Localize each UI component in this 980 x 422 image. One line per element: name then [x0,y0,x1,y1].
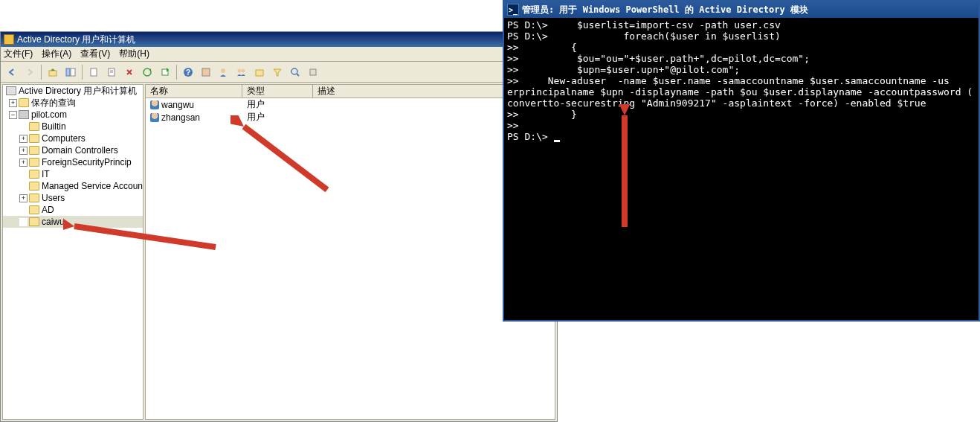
ad-title-text: Active Directory 用户和计算机 [17,33,135,46]
refresh-button[interactable] [139,64,155,80]
ps-line: >> { [507,42,577,53]
ad-tree-pane[interactable]: Active Directory 用户和计算机 + 保存的查询 − pilot.… [2,84,144,420]
ad-toolbar: ? [1,62,557,83]
tree-msa[interactable]: Managed Service Accoun [3,180,143,192]
properties-button[interactable] [103,64,120,80]
forward-button[interactable] [22,64,38,80]
tree-users[interactable]: + Users [3,192,143,204]
expand-toggle[interactable]: + [19,147,28,155]
folder-icon [29,205,39,214]
ps-terminal[interactable]: PS D:\> $userlist=import-csv -path user.… [504,18,979,320]
folder-icon [29,122,39,131]
tree-fsp[interactable]: + ForeignSecurityPrincip [3,156,143,168]
tree-root[interactable]: Active Directory 用户和计算机 [3,85,143,97]
menu-action[interactable]: 操作(A) [42,48,71,60]
new-ou-button[interactable] [251,64,268,80]
new-user-button[interactable] [216,64,232,80]
folder-icon [19,98,29,107]
tree-domain[interactable]: − pilot.com [3,109,143,121]
delete-button[interactable] [121,64,138,80]
ps-line: PS D:\> [507,131,554,142]
new-group-button[interactable] [233,64,250,80]
cursor-icon [554,140,560,142]
svg-rect-2 [71,68,75,76]
svg-rect-0 [49,71,57,76]
export-button[interactable] [157,64,173,80]
col-header-type[interactable]: 类型 [242,85,313,97]
ad-menubar: 文件(F) 操作(A) 查看(V) 帮助(H) [1,47,557,62]
ps-line: erprincipalname $upn -displayname -path … [507,86,973,97]
ps-line: PS D:\> foreach($user in $userlist) [507,31,781,42]
ps-line: >> } [507,109,577,120]
svg-point-16 [291,68,297,74]
back-button[interactable] [4,64,20,80]
ps-line: >> $upn=$user.upn+"@pilot.com"; [507,64,740,75]
svg-text:?: ? [186,68,190,77]
ps-line: >> [507,120,519,131]
expand-toggle[interactable]: + [9,99,17,107]
ad-users-computers-window: Active Directory 用户和计算机 文件(F) 操作(A) 查看(V… [0,31,558,422]
svg-line-17 [297,74,299,76]
ad-app-icon [4,34,14,45]
cut-button[interactable] [86,64,102,80]
folder-icon [29,170,39,179]
ps-line: >> New-aduser -name $user.name -samaccou… [507,75,950,86]
svg-rect-18 [310,69,316,75]
ad-list-pane[interactable]: 名称 类型 描述 wangwu 用户 zhangsan 用户 [145,84,555,420]
expand-toggle[interactable]: + [19,194,28,202]
tree-it[interactable]: IT [3,168,143,180]
folder-icon [29,158,39,167]
svg-point-13 [238,68,242,72]
folder-open-icon [29,217,39,226]
tree-computers[interactable]: + Computers [3,132,143,144]
menu-help[interactable]: 帮助(H) [119,48,149,60]
ps-line: >> $ou="ou="+$user.path+",dc=pilot,dc=co… [507,53,810,64]
list-row[interactable]: wangwu 用户 [146,98,555,111]
tree-saved-queries[interactable]: + 保存的查询 [3,97,143,109]
find-objects-button[interactable] [287,64,303,80]
add-criteria-button[interactable] [305,64,321,80]
svg-rect-11 [202,68,210,76]
ps-titlebar[interactable]: >_ 管理员: 用于 Windows PowerShell 的 Active D… [504,1,979,18]
tree-domain-controllers[interactable]: + Domain Controllers [3,144,143,156]
menu-view[interactable]: 查看(V) [80,48,110,60]
folder-icon [29,194,39,202]
collapse-toggle[interactable]: − [9,111,17,119]
list-row[interactable]: zhangsan 用户 [146,111,555,124]
powershell-window: >_ 管理员: 用于 Windows PowerShell 的 Active D… [503,0,980,322]
svg-point-14 [242,68,245,72]
col-header-name[interactable]: 名称 [146,85,242,97]
svg-rect-1 [66,68,70,76]
menu-file[interactable]: 文件(F) [4,48,33,60]
find-button[interactable] [198,64,214,80]
list-header: 名称 类型 描述 [146,85,555,98]
expand-toggle[interactable]: + [19,135,28,143]
svg-rect-3 [91,68,97,76]
tree-builtin[interactable]: Builtin [3,121,143,132]
ad-titlebar[interactable]: Active Directory 用户和计算机 [1,32,557,47]
up-button[interactable] [45,64,61,80]
svg-point-12 [221,68,225,73]
help-button[interactable]: ? [180,64,196,80]
filter-button[interactable] [269,64,286,80]
tree-root-icon [6,86,16,95]
ps-title-text: 管理员: 用于 Windows PowerShell 的 Active Dire… [522,4,808,16]
tree-caiwu[interactable]: caiwu [3,216,143,228]
domain-icon [19,110,29,119]
powershell-icon: >_ [507,4,519,16]
folder-icon [29,182,39,191]
user-icon [150,100,159,109]
user-icon [150,113,159,122]
tree-ad[interactable]: AD [3,204,143,216]
ps-line: PS D:\> $userlist=import-csv -path user.… [507,19,781,31]
ps-line: convertto-securestring "Admin909217" -as… [507,97,926,109]
expand-toggle[interactable]: + [19,159,28,167]
show-hide-tree-button[interactable] [62,64,79,80]
folder-icon [29,134,39,143]
svg-rect-15 [256,70,263,76]
folder-icon [29,146,39,155]
